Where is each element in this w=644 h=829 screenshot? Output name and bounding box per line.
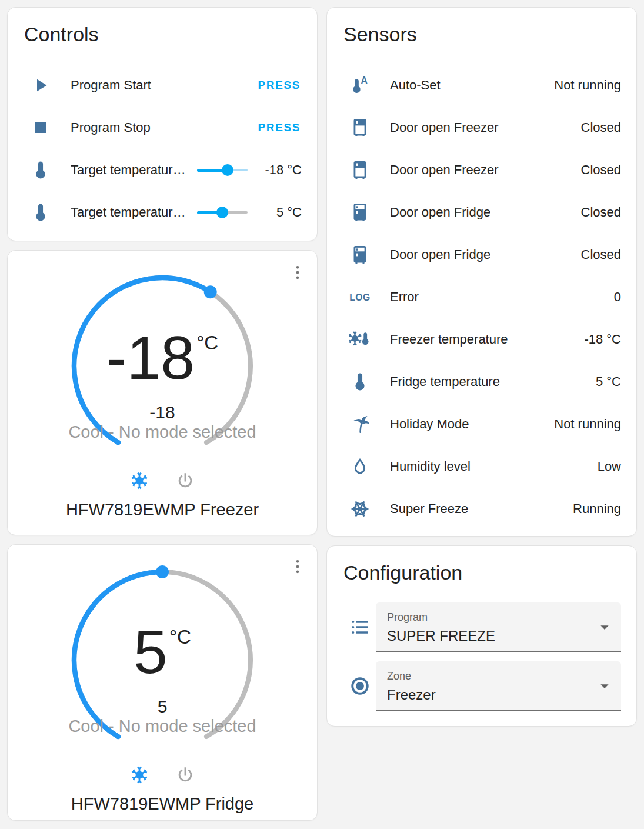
select-value: Freezer <box>387 687 590 703</box>
row-value: Closed <box>581 247 621 262</box>
radiobox-icon <box>348 674 372 698</box>
sensors-rows: A Auto-Set Not running Door open Freezer… <box>343 64 621 530</box>
row-label: Target temperatur… <box>71 162 197 178</box>
row-label: Door open Fridge <box>390 205 581 220</box>
dial-knob[interactable] <box>204 285 217 298</box>
row-label: Program Start <box>71 78 257 93</box>
row-label: Holiday Mode <box>390 417 554 432</box>
sensor-row[interactable]: Freezer temperature -18 °C <box>343 318 621 361</box>
sensor-row[interactable]: LOG Error 0 <box>343 276 621 318</box>
sensor-row[interactable]: Holiday Mode Not running <box>343 403 621 445</box>
row-label: Door open Freezer <box>390 120 581 135</box>
thermometer-icon <box>29 201 52 224</box>
row-value: Not running <box>554 78 621 93</box>
dropdown-caret-icon <box>595 677 614 698</box>
control-row[interactable]: Target temperatur… 5 °C <box>24 191 302 234</box>
thermostat-dial[interactable]: -18°C -18 Cool - No mode selected <box>62 266 262 466</box>
fridge-bottom-open-icon <box>348 158 372 182</box>
log-icon: LOG <box>348 285 372 309</box>
snowflake-variant-icon <box>348 497 372 521</box>
play-icon <box>29 74 52 97</box>
row-value: -18 °C <box>256 162 302 178</box>
zone-select[interactable]: Zone Freezer <box>376 661 621 711</box>
row-value: 5 °C <box>596 374 621 389</box>
more-options-button[interactable] <box>286 261 309 284</box>
mode-buttons <box>8 471 317 491</box>
sensor-row[interactable]: Super Freeze Running <box>343 488 621 530</box>
sensor-row[interactable]: Door open Freezer Closed <box>343 149 621 191</box>
fridge-bottom-open-icon <box>348 116 372 139</box>
mode-off-power-icon[interactable] <box>175 471 195 491</box>
thermostat-card-freezer: -18°C -18 Cool - No mode selected HFW781… <box>7 250 318 535</box>
press-button[interactable]: PRESS <box>257 119 302 136</box>
sensor-row[interactable]: Humidity level Low <box>343 445 621 488</box>
row-label: Target temperatur… <box>71 205 197 220</box>
svg-text:A: A <box>361 75 368 85</box>
controls-card: Controls Program Start PRESS Program Sto… <box>7 7 318 241</box>
row-label: Fridge temperature <box>390 374 596 389</box>
thermometer-icon <box>29 158 52 182</box>
dashboard: Controls Program Start PRESS Program Sto… <box>0 0 644 828</box>
slider-knob[interactable] <box>222 164 233 176</box>
right-column: Sensors A Auto-Set Not running Door open… <box>326 7 637 821</box>
dial-knob[interactable] <box>156 565 169 578</box>
mode-off-power-icon[interactable] <box>175 765 195 785</box>
sensors-title: Sensors <box>343 22 621 46</box>
stop-icon <box>29 116 52 139</box>
more-options-button[interactable] <box>286 555 309 578</box>
sensor-row[interactable]: Door open Fridge Closed <box>343 191 621 234</box>
sensor-row[interactable]: Door open Fridge Closed <box>343 234 621 276</box>
select-label: Program <box>387 611 590 624</box>
slider-knob[interactable] <box>216 207 228 218</box>
row-value: -18 °C <box>584 332 621 347</box>
sensor-row[interactable]: A Auto-Set Not running <box>343 64 621 106</box>
left-column: Controls Program Start PRESS Program Sto… <box>7 7 318 821</box>
control-row[interactable]: Program Stop PRESS <box>24 106 302 149</box>
dropdown-caret-icon <box>595 618 614 639</box>
sensor-row[interactable]: Fridge temperature 5 °C <box>343 361 621 403</box>
config-row-zone: Zone Freezer <box>343 661 621 711</box>
row-value: Running <box>573 501 621 517</box>
row-label: Program Stop <box>71 120 257 135</box>
row-value: Closed <box>581 205 621 220</box>
program-select[interactable]: Program SUPER FREEZE <box>376 602 621 652</box>
thermostat-name: HFW7819EWMP Fridge <box>8 794 317 814</box>
row-label: Error <box>390 289 614 305</box>
svg-text:LOG: LOG <box>349 292 370 302</box>
config-row-program: Program SUPER FREEZE <box>343 602 621 652</box>
thermostat-name: HFW7819EWMP Freezer <box>8 500 317 520</box>
mode-buttons <box>8 765 317 785</box>
configuration-card: Configuration Program SUPER FREEZE Zone … <box>326 545 637 727</box>
thermostat-card-fridge: 5°C 5 Cool - No mode selected HFW7819EWM… <box>7 544 318 821</box>
row-label: Door open Fridge <box>390 247 581 262</box>
row-value: Closed <box>581 120 621 135</box>
sensor-row[interactable]: Door open Freezer Closed <box>343 106 621 149</box>
select-label: Zone <box>387 670 590 682</box>
format-list-icon <box>348 615 372 639</box>
row-label: Freezer temperature <box>390 332 584 347</box>
palm-tree-icon <box>348 412 372 436</box>
row-value: 5 °C <box>256 205 302 220</box>
row-label: Humidity level <box>390 459 598 474</box>
press-button[interactable]: PRESS <box>257 76 302 94</box>
kebab-icon <box>289 264 306 281</box>
mode-cool-snowflake-icon[interactable] <box>129 471 149 491</box>
select-value: SUPER FREEZE <box>387 628 590 644</box>
mode-cool-snowflake-icon[interactable] <box>129 765 149 785</box>
temperature-slider[interactable] <box>197 164 248 176</box>
control-row[interactable]: Program Start PRESS <box>24 64 302 106</box>
thermometer-icon <box>348 370 372 394</box>
fridge-top-open-icon <box>348 243 372 267</box>
controls-title: Controls <box>24 22 302 46</box>
control-row[interactable]: Target temperatur… -18 °C <box>24 149 302 191</box>
row-value: 0 <box>614 289 621 305</box>
fridge-top-open-icon <box>348 201 372 224</box>
thermostat-dial[interactable]: 5°C 5 Cool - No mode selected <box>62 560 262 760</box>
controls-rows: Program Start PRESS Program Stop PRESS T… <box>24 64 302 234</box>
row-value: Closed <box>581 162 621 178</box>
water-outline-icon <box>348 455 372 478</box>
kebab-icon <box>289 558 306 575</box>
temperature-slider[interactable] <box>197 207 248 218</box>
row-value: Not running <box>554 417 621 432</box>
row-value: Low <box>598 459 621 474</box>
